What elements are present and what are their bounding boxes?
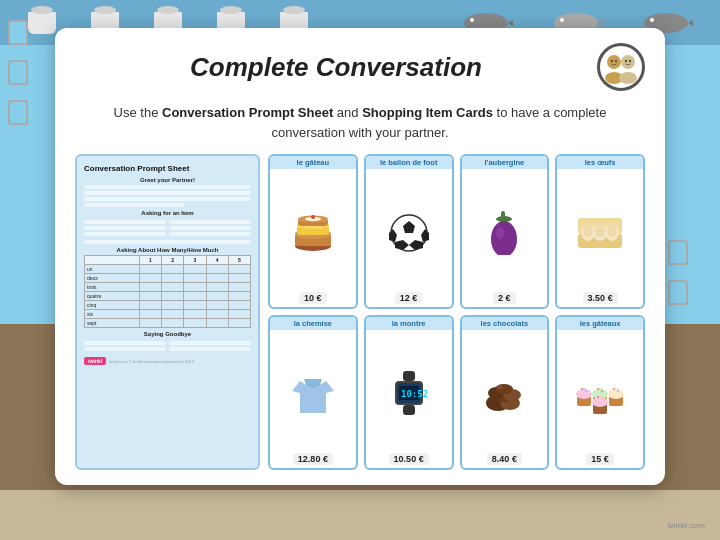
- content-area: Conversation Prompt Sheet Greet your Par…: [75, 154, 645, 470]
- svg-point-9: [607, 55, 621, 69]
- svg-point-41: [583, 223, 593, 237]
- ask-line-2: [84, 226, 166, 230]
- svg-point-14: [615, 60, 617, 62]
- svg-point-66: [601, 390, 603, 392]
- item-price-gateau: 10 €: [299, 292, 327, 304]
- prompt-line-3: [84, 197, 251, 201]
- ask-line-full: [84, 240, 251, 244]
- prompt-line-2: [84, 191, 251, 195]
- svg-point-65: [597, 388, 599, 390]
- cup-deco-1: [28, 12, 56, 34]
- prompt-table: 12345 un deux trois quatre cinq six sept: [84, 255, 251, 328]
- svg-point-16: [629, 60, 631, 62]
- item-image-chocolats: [480, 335, 528, 451]
- svg-point-43: [607, 223, 617, 237]
- bye-line-1: [84, 341, 166, 345]
- header-row: Complete Conversation: [75, 43, 645, 91]
- svg-point-34: [491, 221, 517, 255]
- item-card-oeufs: les œufs: [555, 154, 645, 309]
- item-price-montre: 10.50 €: [389, 453, 429, 465]
- svg-point-71: [617, 390, 619, 392]
- item-label-gateaux: les gâteaux: [557, 317, 643, 330]
- item-image-chemise: [290, 335, 336, 451]
- svg-point-8: [650, 18, 654, 22]
- prompt-sheet-title: Conversation Prompt Sheet: [84, 164, 251, 173]
- svg-rect-49: [403, 405, 415, 415]
- ask-line-4: [169, 220, 251, 224]
- svg-point-42: [595, 223, 605, 237]
- svg-point-55: [495, 384, 513, 394]
- svg-point-5: [560, 18, 564, 22]
- item-price-oeufs: 3.50 €: [583, 292, 618, 304]
- svg-point-56: [497, 385, 503, 389]
- item-label-chocolats: les chocolats: [462, 317, 548, 330]
- ask-item-title: Asking for an Item: [84, 210, 251, 216]
- asking-many-title: Asking About How Many/How Much: [84, 247, 251, 253]
- svg-point-75: [597, 396, 599, 398]
- item-label-chemise: la chemise: [270, 317, 356, 330]
- svg-point-61: [585, 390, 587, 392]
- twinkl-badge-inner: twinkl: [84, 357, 106, 365]
- sidewalk: [0, 490, 720, 540]
- ask-line-1: [84, 220, 166, 224]
- bye-line-2: [84, 347, 166, 351]
- item-card-gateaux: les gâteaux: [555, 315, 645, 470]
- svg-point-35: [496, 227, 504, 239]
- item-price-gateaux: 15 €: [586, 453, 614, 465]
- copyright-text: twinkl.com © twinkl educational publishe…: [109, 359, 194, 364]
- item-card-gateau: le gâteau: [268, 154, 358, 309]
- item-price-aubergine: 2 €: [493, 292, 516, 304]
- prompt-line-1: [84, 185, 251, 189]
- item-price-chocolats: 8.40 €: [487, 453, 522, 465]
- goodbye-title: Saying Goodbye: [84, 331, 251, 337]
- item-label-aubergine: l'aubergine: [462, 156, 548, 169]
- subtitle: Use the Conversation Prompt Sheet and Sh…: [75, 103, 645, 142]
- item-card-aubergine: l'aubergine 2 €: [460, 154, 550, 309]
- svg-point-11: [621, 55, 635, 69]
- svg-point-13: [611, 60, 613, 62]
- avatar-icon: [597, 43, 645, 91]
- bye-line-4: [169, 347, 251, 351]
- item-price-ballon: 12 €: [395, 292, 423, 304]
- svg-point-15: [625, 60, 627, 62]
- item-image-montre: 10:52: [390, 335, 428, 451]
- item-card-montre: la montre 10:52 10.50 €: [364, 315, 454, 470]
- main-content-card: Complete Conversation Use the Conversati…: [55, 28, 665, 485]
- item-image-gateaux: [575, 335, 625, 451]
- item-image-oeufs: [576, 174, 624, 290]
- svg-point-76: [601, 398, 603, 400]
- item-label-gateau: le gâteau: [270, 156, 356, 169]
- svg-text:10:52: 10:52: [401, 389, 428, 399]
- svg-rect-44: [403, 371, 415, 381]
- page-title: Complete Conversation: [190, 52, 482, 82]
- item-image-aubergine: [484, 174, 524, 290]
- item-card-chemise: la chemise 12.80 €: [268, 315, 358, 470]
- item-price-chemise: 12.80 €: [293, 453, 333, 465]
- item-image-ballon: [387, 174, 431, 290]
- prompt-line-4: [84, 203, 184, 207]
- prompt-sheet-panel: Conversation Prompt Sheet Greet your Par…: [75, 154, 260, 470]
- svg-point-70: [613, 388, 615, 390]
- item-label-oeufs: les œufs: [557, 156, 643, 169]
- svg-point-2: [470, 18, 474, 22]
- item-card-chocolats: les chocolats 8.40 €: [460, 315, 550, 470]
- svg-point-12: [619, 72, 637, 84]
- svg-marker-7: [688, 15, 693, 31]
- prompt-sheet-ref: Conversation Prompt Sheet: [162, 105, 333, 120]
- bye-line-3: [169, 341, 251, 345]
- twinkl-logo-area: twinkl twinkl.com © twinkl educational p…: [84, 357, 251, 365]
- item-image-gateau: [291, 174, 335, 290]
- ask-line-3: [84, 232, 166, 236]
- ask-line-5: [169, 226, 251, 230]
- shopping-items-grid: le gâteau: [268, 154, 645, 470]
- item-label-montre: la montre: [366, 317, 452, 330]
- twinkl-bottom: twinkl.com: [668, 521, 705, 530]
- shopping-cards-ref: Shopping Item Cards: [362, 105, 493, 120]
- item-label-ballon: le ballon de foot: [366, 156, 452, 169]
- ask-line-6: [169, 232, 251, 236]
- greet-section-title: Greet your Partner!: [84, 177, 251, 183]
- svg-point-60: [581, 388, 583, 390]
- svg-point-25: [311, 215, 315, 219]
- item-card-ballon: le ballon de foot 12 €: [364, 154, 454, 309]
